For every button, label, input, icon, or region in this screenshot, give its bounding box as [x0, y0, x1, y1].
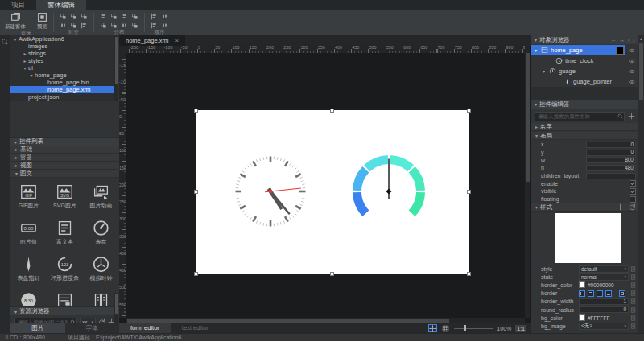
grid-toggle-button[interactable]	[441, 324, 450, 332]
tree-expander-icon[interactable]: ▾	[22, 65, 28, 71]
property-value-field[interactable]: 0	[586, 150, 636, 156]
color-swatch[interactable]	[579, 281, 585, 288]
align-tool-icon[interactable]	[70, 22, 77, 29]
eye-icon[interactable]	[628, 68, 636, 75]
order-tool-icon[interactable]	[161, 13, 168, 20]
widget-palette-item[interactable]: 模拟时钟	[83, 250, 119, 286]
widget-palette-item[interactable]: 图片动画	[83, 178, 119, 214]
align-tool-icon[interactable]	[60, 22, 67, 29]
widget-category[interactable]: ▸ 基础	[10, 146, 119, 154]
widget-palette-item[interactable]: 表盘	[83, 214, 119, 250]
menu-tab[interactable]: 窗体编辑	[36, 0, 86, 10]
project-tree-item[interactable]: ▸ strings	[10, 50, 114, 57]
property-value-field[interactable]: 480	[586, 165, 636, 171]
tree-expander-icon[interactable]: ▾	[12, 36, 19, 42]
distribute-tool-icon[interactable]	[100, 13, 107, 20]
widget-editor-header[interactable]: ▾ 控件编辑器	[531, 100, 638, 109]
property-select[interactable]: default ▾	[579, 265, 629, 273]
project-tree-item[interactable]: ▸ styles	[10, 57, 114, 64]
selection-handle[interactable]	[194, 190, 198, 194]
widget-palette-item[interactable]	[47, 286, 83, 306]
gauge-widget[interactable]	[352, 154, 426, 228]
property-value-field[interactable]: 800	[586, 157, 636, 163]
property-checkbox[interactable]	[630, 180, 636, 187]
editor-mode-tab[interactable]: form editor	[119, 323, 171, 333]
toolbar-button[interactable]: 新建窗体	[5, 11, 26, 31]
editor-mode-tab[interactable]: text editor	[171, 323, 220, 333]
menu-tab[interactable]: 项目	[0, 0, 36, 10]
property-value-field[interactable]	[586, 173, 636, 179]
widget-palette-item[interactable]: 8:30	[10, 286, 47, 306]
widget-palette-item[interactable]: 123 环形进度条	[47, 250, 83, 286]
tree-expander-icon[interactable]: ▸	[22, 51, 28, 56]
border-all-toggle[interactable]	[619, 290, 625, 297]
project-tree-item[interactable]: images	[10, 43, 114, 50]
widget-palette-item[interactable]: 0.00 图片值	[10, 214, 47, 250]
refresh-style-icon[interactable]	[629, 203, 636, 211]
distribute-tool-icon[interactable]	[110, 13, 118, 20]
order-tool-icon[interactable]	[151, 22, 158, 29]
widget-list-header[interactable]: ▾ 控件列表	[10, 137, 119, 146]
select-tool-icon[interactable]	[2, 39, 9, 46]
style-edit-icon[interactable]	[630, 266, 636, 272]
tree-nav-arrow-icon[interactable]: ←	[611, 37, 617, 43]
order-tool-icon[interactable]	[151, 13, 158, 20]
widget-category[interactable]: ▸ 视图	[10, 162, 119, 170]
toolbar-button[interactable]: 预览	[37, 11, 47, 31]
eye-icon[interactable]	[628, 47, 636, 54]
distribute-tool-icon[interactable]	[100, 22, 107, 29]
property-checkbox[interactable]	[630, 196, 636, 203]
object-tree-item[interactable]: ▾ guage	[531, 66, 638, 76]
tree-expander-icon[interactable]: ▾	[533, 47, 539, 53]
selection-handle[interactable]	[330, 272, 334, 276]
border-bottom-toggle[interactable]	[605, 290, 612, 297]
analog-clock-widget[interactable]	[234, 155, 307, 228]
tree-expander-icon[interactable]: ▾	[541, 68, 547, 74]
align-tool-icon[interactable]	[80, 22, 88, 29]
zoom-slider[interactable]	[454, 324, 493, 332]
property-value-field[interactable]: 1	[579, 298, 629, 305]
property-value-field[interactable]: 0	[586, 142, 636, 148]
distribute-tool-icon[interactable]	[121, 13, 128, 20]
widget-category[interactable]: ▾ 图文	[10, 170, 119, 178]
property-select[interactable]: <无> ▾	[579, 323, 629, 330]
right-panel-scrollbar[interactable]: ▲	[638, 35, 644, 333]
selection-handle[interactable]	[467, 190, 471, 194]
style-edit-icon[interactable]	[630, 307, 636, 313]
object-tree-item[interactable]: guage_pointer	[531, 76, 638, 87]
eye-icon[interactable]	[628, 79, 636, 85]
style-edit-icon[interactable]	[630, 290, 636, 296]
widget-palette-item[interactable]: 富文本	[47, 214, 83, 250]
property-checkbox[interactable]	[630, 188, 636, 195]
widget-category[interactable]: ▸ 容器	[10, 154, 119, 162]
tree-nav-arrow-icon[interactable]: →	[619, 37, 625, 43]
zoom-reset-button[interactable]: 1:1	[515, 325, 526, 332]
tree-scrollbar[interactable]	[114, 35, 118, 101]
object-tree-item[interactable]: ▾ home_page	[531, 45, 638, 55]
move-tool-button[interactable]	[428, 324, 437, 332]
style-edit-icon[interactable]	[630, 298, 636, 304]
project-tree-item[interactable]: ▾ ui	[10, 64, 114, 72]
border-left-toggle[interactable]	[579, 290, 585, 297]
panel-splitter[interactable]	[531, 87, 644, 100]
resource-scrollbar[interactable]	[114, 293, 118, 323]
widget-palette-item[interactable]: GIF GIF图片	[10, 178, 47, 214]
form-canvas[interactable]	[196, 110, 469, 274]
tree-nav-arrow-icon[interactable]: ↑	[627, 37, 630, 43]
add-style-icon[interactable]	[617, 203, 624, 211]
resource-tab[interactable]: 字体	[65, 323, 120, 333]
add-property-icon[interactable]	[628, 113, 635, 120]
style-edit-icon[interactable]	[630, 323, 636, 329]
widget-palette-item[interactable]: SVG SVG图片	[47, 178, 83, 214]
object-tree-item[interactable]: time_clock	[531, 55, 638, 66]
scroll-up-icon[interactable]: ▲	[638, 36, 644, 41]
selection-handle[interactable]	[330, 109, 334, 113]
tree-expander-icon[interactable]: ▸	[22, 58, 28, 64]
align-tool-icon[interactable]	[70, 13, 77, 20]
color-swatch[interactable]	[579, 314, 585, 321]
tree-expander-icon[interactable]: ▾	[28, 72, 35, 78]
section-style[interactable]: ▾ 样式	[531, 203, 638, 212]
border-right-toggle[interactable]	[597, 290, 603, 297]
selection-handle[interactable]	[467, 272, 471, 276]
style-edit-icon[interactable]	[630, 282, 636, 288]
